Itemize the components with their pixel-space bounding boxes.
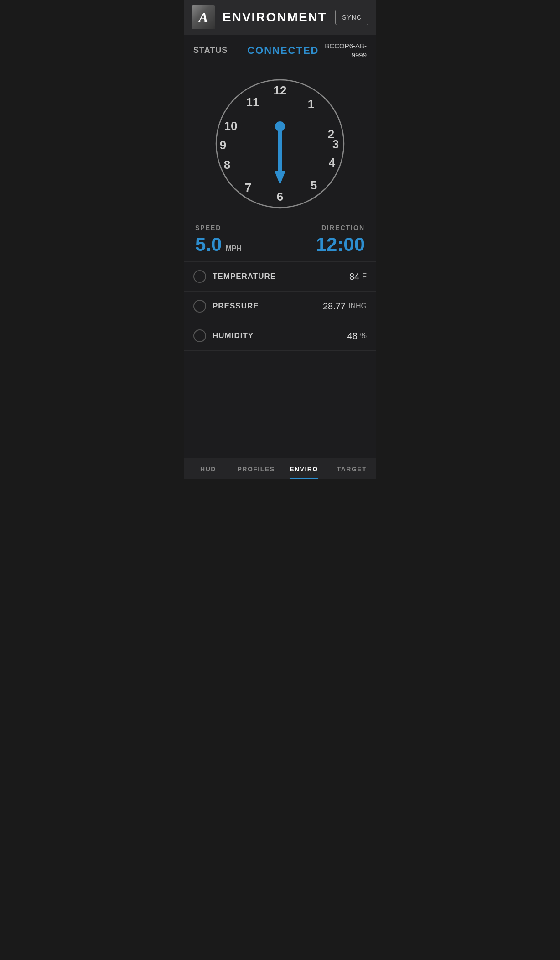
svg-text:10: 10 <box>224 119 238 133</box>
pressure-radio[interactable] <box>193 300 206 313</box>
svg-text:4: 4 <box>329 156 336 169</box>
direction-row: 12:00 <box>280 235 365 254</box>
bottom-nav: HUD PROFILES ENVIRO TARGET <box>184 458 376 479</box>
speed-unit: MPH <box>225 245 242 253</box>
nav-item-profiles[interactable]: PROFILES <box>232 458 280 479</box>
direction-value: 12:00 <box>316 235 365 254</box>
temperature-radio[interactable] <box>193 270 206 283</box>
status-label: STATUS <box>193 46 228 55</box>
pressure-unit: INHG <box>348 302 367 310</box>
direction-block: DIRECTION 12:00 <box>280 224 365 254</box>
app-container: A ENVIRONMENT SYNC STATUS CONNECTED BCCO… <box>184 0 376 479</box>
svg-text:5: 5 <box>311 178 317 192</box>
humidity-label: HUMIDITY <box>213 331 347 340</box>
svg-text:6: 6 <box>277 190 283 203</box>
nav-item-target[interactable]: TARGET <box>328 458 376 479</box>
direction-label: DIRECTION <box>280 224 365 231</box>
nav-item-enviro[interactable]: ENVIRO <box>280 458 328 479</box>
temperature-value: 84 <box>349 271 359 282</box>
app-title: ENVIRONMENT <box>223 10 335 25</box>
humidity-unit: % <box>360 332 367 340</box>
nav-item-hud[interactable]: HUD <box>184 458 232 479</box>
status-bar: STATUS CONNECTED BCCOP6-AB- 9999 <box>184 35 376 66</box>
sensor-row-temperature[interactable]: TEMPERATURE 84 F <box>184 262 376 292</box>
compass-svg: 12 1 2 3 4 5 6 7 8 9 10 <box>212 75 348 212</box>
humidity-radio[interactable] <box>193 329 206 342</box>
svg-text:9: 9 <box>220 138 226 152</box>
compass-section: 12 1 2 3 4 5 6 7 8 9 10 <box>184 66 376 217</box>
sensor-row-humidity[interactable]: HUMIDITY 48 % <box>184 321 376 351</box>
compass-circle: 12 1 2 3 4 5 6 7 8 9 10 <box>212 75 348 212</box>
status-value: CONNECTED <box>241 45 325 57</box>
header: A ENVIRONMENT SYNC <box>184 0 376 35</box>
svg-text:8: 8 <box>224 158 230 172</box>
speed-block: SPEED 5.0 MPH <box>195 224 280 254</box>
speed-row: 5.0 MPH <box>195 235 280 254</box>
pressure-value: 28.77 <box>323 301 346 312</box>
svg-text:7: 7 <box>245 181 251 194</box>
speed-label: SPEED <box>195 224 280 231</box>
pressure-label: PRESSURE <box>213 302 323 311</box>
svg-text:3: 3 <box>332 137 339 151</box>
speed-direction-section: SPEED 5.0 MPH DIRECTION 12:00 <box>184 217 376 262</box>
svg-marker-15 <box>275 171 285 185</box>
logo-box: A <box>192 5 215 29</box>
temperature-label: TEMPERATURE <box>213 272 349 281</box>
sensor-row-pressure[interactable]: PRESSURE 28.77 INHG <box>184 292 376 321</box>
temperature-unit: F <box>362 272 367 281</box>
svg-text:11: 11 <box>246 95 259 109</box>
speed-value: 5.0 <box>195 235 222 254</box>
svg-text:12: 12 <box>274 83 287 97</box>
humidity-value: 48 <box>347 331 358 341</box>
logo-letter: A <box>198 9 208 26</box>
svg-text:1: 1 <box>308 97 314 111</box>
sync-button[interactable]: SYNC <box>335 10 368 25</box>
device-id: BCCOP6-AB- 9999 <box>325 42 367 59</box>
